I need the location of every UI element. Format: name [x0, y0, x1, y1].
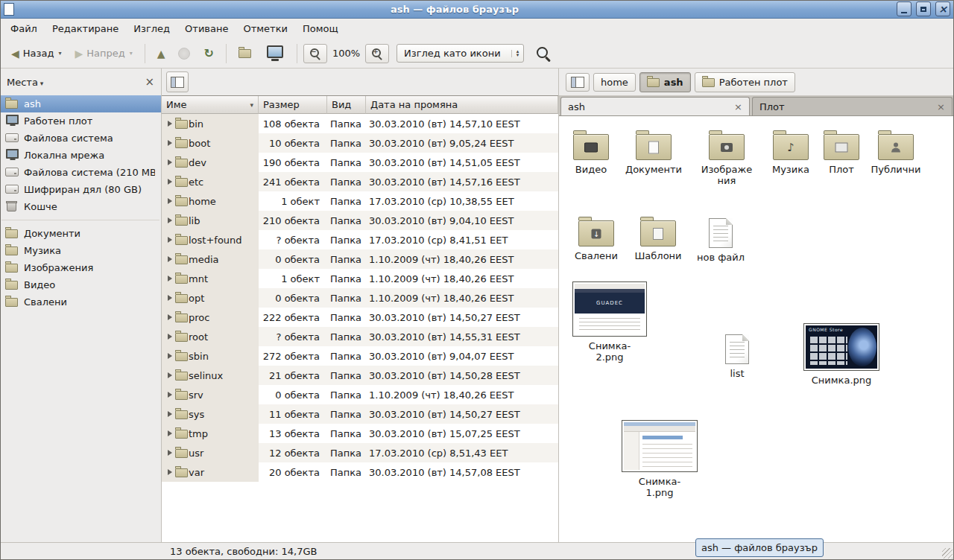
- tree-row-mnt[interactable]: mnt1 обектПапка1.10.2009 (чт) 18,40,26 E…: [162, 269, 558, 288]
- view-mode-dropdown[interactable]: Изглед като икони: [397, 44, 524, 63]
- sidebar-item-trash[interactable]: Кошче: [0, 198, 161, 215]
- pathbar-desktop-button[interactable]: Работен плот: [695, 72, 795, 92]
- file-icon-new-file[interactable]: нов файл: [689, 216, 752, 263]
- tree-row-media[interactable]: media0 обектаПапка1.10.2009 (чт) 18,40,2…: [162, 249, 558, 269]
- file-icon-desktop[interactable]: Плот: [810, 128, 873, 175]
- file-icon-list[interactable]: list: [706, 332, 768, 379]
- expander-icon[interactable]: [168, 430, 172, 436]
- expander-icon[interactable]: [168, 469, 172, 475]
- sidebar-item-network[interactable]: Локална мрежа: [0, 147, 161, 164]
- file-icon-video[interactable]: Видео: [560, 128, 622, 175]
- file-icon-snimka-png[interactable]: GNOME Store Снимка.png: [800, 323, 882, 386]
- computer-button[interactable]: [259, 42, 291, 65]
- titlebar[interactable]: ash — файлов браузър: [0, 0, 954, 19]
- file-icon-downloads[interactable]: Свалени: [565, 214, 628, 261]
- tree-row-root[interactable]: root? обектаПапка30.03.2010 (вт) 14,55,3…: [162, 327, 558, 346]
- tree-row-var[interactable]: var20 обектаПапка30.03.2010 (вт) 14,57,0…: [162, 462, 558, 482]
- zoom-out-button[interactable]: [303, 44, 327, 63]
- tab-ash[interactable]: ash: [560, 97, 750, 115]
- sidebar-item-desktop[interactable]: Работен плот: [0, 112, 161, 130]
- expander-icon[interactable]: [168, 411, 172, 417]
- resize-grip-icon[interactable]: [942, 548, 953, 559]
- expander-icon[interactable]: [168, 276, 172, 281]
- tree-row-opt[interactable]: opt0 обектаПапка1.10.2009 (чт) 18,40,26 …: [162, 288, 558, 308]
- tree-row-bin[interactable]: bin108 обектаПапка30.03.2010 (вт) 14,57,…: [162, 114, 558, 133]
- pane-toggle-button[interactable]: [166, 71, 189, 92]
- expander-icon[interactable]: [168, 237, 172, 243]
- expander-icon[interactable]: [168, 353, 172, 359]
- maximize-button[interactable]: [916, 1, 931, 16]
- expander-icon[interactable]: [168, 217, 172, 223]
- sidebar-item-filesystem[interactable]: Файлова система: [0, 130, 161, 147]
- expander-icon[interactable]: [168, 159, 172, 165]
- spinner-arrows-icon[interactable]: [511, 50, 519, 57]
- sidebar-item-ash[interactable]: ash: [0, 95, 161, 112]
- sidebar-item-pictures[interactable]: Изображения: [0, 259, 161, 276]
- pathbar-home-button[interactable]: home: [593, 73, 636, 92]
- sidebar-item-downloads[interactable]: Свалени: [0, 293, 161, 311]
- icon-view[interactable]: Видео Документи Изображения Музика Плот …: [559, 116, 954, 542]
- column-header-date[interactable]: Дата на промяна: [366, 96, 558, 114]
- tab-close-icon[interactable]: [734, 102, 742, 112]
- sidebar-item-videos[interactable]: Видео: [0, 276, 161, 293]
- forward-button[interactable]: ▶ Напред ▾: [69, 44, 138, 63]
- tree-row-sbin[interactable]: sbin272 обектаПапка30.03.2010 (вт) 9,04,…: [162, 346, 558, 366]
- file-icon-snimka-2-png[interactable]: GUADEC Снимка-2.png: [569, 281, 651, 363]
- file-icon-templates[interactable]: Шаблони: [627, 214, 689, 261]
- file-icon-documents[interactable]: Документи: [622, 128, 685, 175]
- stop-button[interactable]: [172, 44, 196, 63]
- tree-row-sys[interactable]: sys11 обектаПапка30.03.2010 (вт) 14,50,2…: [162, 404, 558, 424]
- tree-row-proc[interactable]: proc222 обектаПапка30.03.2010 (вт) 14,50…: [162, 308, 558, 327]
- menu-help[interactable]: Помощ: [295, 20, 346, 37]
- sidebar-item-music[interactable]: Музика: [0, 242, 161, 259]
- back-button[interactable]: ◀ Назад ▾: [5, 44, 67, 63]
- menu-edit[interactable]: Редактиране: [45, 20, 126, 37]
- column-header-name[interactable]: Име▾: [162, 96, 259, 114]
- expander-icon[interactable]: [168, 314, 172, 320]
- tree-row-selinux[interactable]: selinux21 обектаПапка30.03.2010 (вт) 14,…: [162, 366, 558, 385]
- tree-row-home[interactable]: home1 обектПапка17.03.2010 (ср) 10,38,55…: [162, 191, 558, 211]
- close-button[interactable]: [935, 1, 950, 16]
- tab-close-icon[interactable]: [937, 102, 945, 112]
- file-icon-public[interactable]: Публични: [865, 128, 927, 175]
- menu-view[interactable]: Изглед: [126, 20, 177, 37]
- expander-icon[interactable]: [168, 372, 172, 378]
- tree-row-srv[interactable]: srv0 обектаПапка1.10.2009 (чт) 18,40,26 …: [162, 385, 558, 404]
- file-icon-pictures[interactable]: Изображения: [695, 128, 758, 187]
- menu-bookmarks[interactable]: Отметки: [236, 20, 294, 37]
- expander-icon[interactable]: [168, 295, 172, 301]
- tree-row-dev[interactable]: dev190 обектаПапка30.03.2010 (вт) 14,51,…: [162, 153, 558, 172]
- tab-plot[interactable]: Плот: [752, 97, 953, 115]
- menu-file[interactable]: Файл: [3, 20, 45, 37]
- sidebar-title-dropdown[interactable]: Места: [7, 77, 43, 88]
- expander-icon[interactable]: [168, 334, 172, 340]
- reload-button[interactable]: [198, 44, 219, 63]
- back-dropdown-icon[interactable]: ▾: [58, 50, 61, 57]
- column-header-type[interactable]: Вид: [327, 96, 366, 114]
- minimize-button[interactable]: [897, 1, 912, 16]
- search-icon[interactable]: [536, 46, 551, 61]
- sidebar-item-filesystem-210mb[interactable]: Файлова система (210 MB): [0, 164, 161, 181]
- expander-icon[interactable]: [168, 392, 172, 398]
- pathbar-ash-button[interactable]: ash: [639, 72, 691, 92]
- expander-icon[interactable]: [168, 450, 172, 456]
- tree-row-etc[interactable]: etc241 обектаПапка30.03.2010 (вт) 14,57,…: [162, 172, 558, 191]
- menu-go[interactable]: Отиване: [177, 20, 236, 37]
- home-button[interactable]: [233, 43, 258, 63]
- tree-row-tmp[interactable]: tmp13 обектаПапка30.03.2010 (вт) 15,07,2…: [162, 424, 558, 443]
- pathbar-root-button[interactable]: [566, 73, 590, 92]
- tree-row-boot[interactable]: boot10 обектаПапка30.03.2010 (вт) 9,05,2…: [162, 133, 558, 153]
- sort-arrow-icon[interactable]: ▾: [250, 101, 253, 109]
- tree-row-lost-found[interactable]: lost+found? обектаПапка17.03.2010 (ср) 8…: [162, 230, 558, 249]
- file-icon-snimka-1-png[interactable]: Снимка-1.png: [619, 420, 701, 499]
- zoom-in-button[interactable]: [365, 44, 389, 63]
- sidebar-close-button[interactable]: [145, 77, 154, 88]
- expander-icon[interactable]: [168, 140, 172, 146]
- expander-icon[interactable]: [168, 256, 172, 262]
- sidebar-item-documents[interactable]: Документи: [0, 225, 161, 242]
- expander-icon[interactable]: [168, 198, 172, 204]
- sidebar-item-encrypted-80gb[interactable]: Шифриран дял (80 GB): [0, 181, 161, 198]
- expander-icon[interactable]: [168, 121, 172, 127]
- taskbar-window-button[interactable]: ash — файлов браузър: [695, 538, 824, 557]
- tree-row-lib[interactable]: lib210 обектаПапка30.03.2010 (вт) 9,04,1…: [162, 211, 558, 230]
